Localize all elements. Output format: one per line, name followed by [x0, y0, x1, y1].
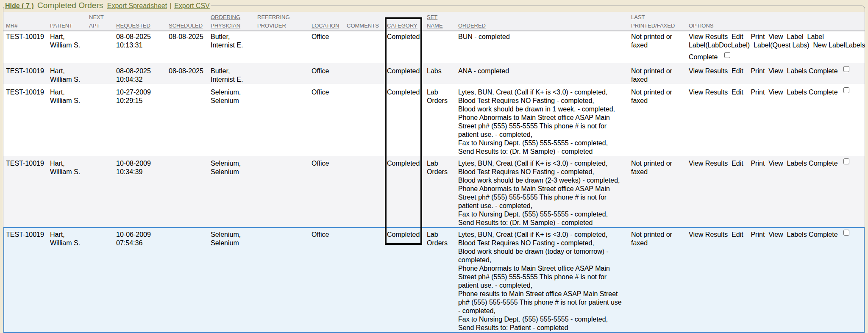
order-ordering-physician: Selenium, Selenium — [210, 84, 256, 156]
panel-title: Completed Orders — [37, 1, 103, 10]
order-next-apt — [88, 227, 115, 333]
ordered-item: ANA - completed — [458, 67, 623, 75]
sort-ordered-link[interactable]: ORDERED — [458, 22, 486, 29]
order-ordered-list: ANA - completed — [455, 63, 630, 84]
header-mr: MR# — [3, 12, 49, 31]
ordered-item: Lytes, BUN, Creat (Call if K+ is <3.0) -… — [458, 159, 623, 168]
option-print-link[interactable]: Print — [751, 89, 768, 96]
option-edit-link[interactable]: Edit — [732, 231, 751, 238]
option-labels-link[interactable]: Labels — [787, 231, 809, 238]
order-set-name: Lab Orders — [426, 227, 455, 333]
option-view-link[interactable]: View — [768, 33, 787, 40]
option-view-link[interactable]: View — [768, 231, 787, 238]
ordered-item: Send Results to: Patient - completed — [458, 324, 623, 332]
order-ordered-list: Lytes, BUN, Creat (Call if K+ is <3.0) -… — [455, 227, 630, 333]
order-scheduled — [168, 227, 210, 333]
option-edit-link[interactable]: Edit — [732, 33, 751, 40]
order-category: Completed — [386, 31, 426, 63]
header-options: OPTIONS — [686, 12, 865, 31]
option-view-results-link[interactable]: View Results — [689, 160, 732, 167]
ordered-item: Lytes, BUN, Creat (Call if K+ is <3.0) -… — [458, 230, 623, 239]
order-set-name: Lab Orders — [426, 156, 455, 227]
ordered-item: Blood work should be drawn in 1 week. - … — [458, 105, 623, 114]
ordered-item: Fax to Nursing Dept. (555) 555-5555 - co… — [458, 139, 623, 147]
option-view-results-link[interactable]: View Results — [689, 67, 732, 75]
options-line: Label(LabDocLabel) Label(Quest Labs) New… — [689, 41, 865, 50]
order-mr: TEST-10019 — [3, 156, 49, 227]
option-labels-link[interactable]: Labels — [787, 67, 809, 75]
order-scheduled — [168, 84, 210, 156]
sort-set-name-link[interactable]: SET NAME — [427, 14, 443, 29]
order-location: Office — [311, 156, 346, 227]
order-last-printed: Not printed or faxed — [630, 84, 686, 156]
option-complete-link[interactable]: Complete — [809, 67, 843, 75]
option-print-link[interactable]: Print — [751, 67, 768, 75]
order-options: View Results Edit Print View Label Label… — [686, 31, 865, 63]
order-next-apt — [88, 31, 115, 63]
option-complete-link[interactable]: Complete — [809, 160, 843, 167]
ordered-item: Fax to Nursing Dept. (555) 555-5555 - co… — [458, 210, 623, 219]
order-mr: TEST-10019 — [3, 227, 49, 333]
order-next-apt — [88, 63, 115, 84]
option-print-link[interactable]: Print — [751, 160, 768, 167]
legend-separator: | — [170, 2, 172, 9]
sort-category-link[interactable]: CATEGORY — [387, 22, 417, 29]
order-select-checkbox[interactable] — [843, 230, 849, 236]
order-category: Completed — [386, 227, 426, 333]
option-view-link[interactable]: View — [768, 67, 787, 75]
option-view-link[interactable]: View — [768, 160, 787, 167]
option-view-results-link[interactable]: View Results — [689, 89, 732, 96]
header-category: CATEGORY — [386, 12, 426, 31]
option-labels-link[interactable]: Labels — [787, 160, 809, 167]
option-edit-link[interactable]: Edit — [732, 67, 751, 75]
option-label-link[interactable]: Label — [807, 33, 828, 40]
order-select-checkbox[interactable] — [843, 87, 849, 93]
order-options: View Results Edit Print View Labels Comp… — [686, 84, 865, 156]
sort-requested-link[interactable]: REQUESTED — [116, 22, 150, 29]
order-options: View Results Edit Print View Labels Comp… — [686, 156, 865, 227]
header-ordering-physician: ORDERING PHYSICIAN — [210, 12, 256, 31]
option-new-label-link[interactable]: New Label — [813, 42, 846, 49]
order-last-printed: Not printed or faxed — [630, 63, 686, 84]
order-patient: Hart, William S. — [49, 227, 88, 333]
order-referring-provider — [256, 156, 311, 227]
order-row: TEST-10019Hart, William S.08-08-2025 10:… — [3, 31, 865, 63]
sort-scheduled-link[interactable]: SCHEDULED — [169, 22, 203, 29]
option-labels-link[interactable]: Labels — [845, 42, 868, 49]
order-ordered-list: Lytes, BUN, Creat (Call if K+ is <3.0) -… — [455, 84, 630, 156]
ordered-item: Blood work should be drawn (2-3 weeks) -… — [458, 176, 623, 185]
order-comments — [346, 84, 386, 156]
option-print-link[interactable]: Print — [751, 231, 768, 238]
option-complete-link[interactable]: Complete — [809, 89, 843, 96]
order-comments — [346, 63, 386, 84]
hide-toggle-link[interactable]: Hide ( 7 ) — [5, 2, 34, 9]
order-select-checkbox[interactable] — [724, 52, 730, 58]
option-edit-link[interactable]: Edit — [732, 89, 751, 96]
option-label-quest-labs-link[interactable]: Label(Quest Labs) — [754, 42, 813, 49]
order-ordering-physician: Selenium, Selenium — [210, 227, 256, 333]
sort-ordering-physician-link[interactable]: ORDERING PHYSICIAN — [211, 14, 240, 29]
option-edit-link[interactable]: Edit — [732, 160, 751, 167]
option-view-results-link[interactable]: View Results — [689, 33, 732, 40]
option-labels-link[interactable]: Labels — [787, 89, 809, 96]
option-complete-link[interactable]: Complete — [689, 53, 723, 61]
option-complete-link[interactable]: Complete — [809, 231, 843, 238]
export-spreadsheet-link[interactable]: Export Spreadsheet — [107, 2, 167, 9]
header-comments: COMMENTS — [346, 12, 386, 31]
table-header-row: MR# PATIENT NEXT APT REQUESTED SCHEDULED… — [3, 12, 865, 31]
order-select-checkbox[interactable] — [843, 66, 849, 72]
header-location: LOCATION — [311, 12, 346, 31]
order-category: Completed — [386, 63, 426, 84]
export-csv-link[interactable]: Export CSV — [174, 2, 210, 9]
option-label-link[interactable]: Label — [787, 33, 807, 40]
completed-orders-panel: Hide ( 7 ) Completed Orders Export Sprea… — [3, 0, 865, 333]
header-ordered: ORDERED — [455, 12, 630, 31]
option-label-labdoclabel-link[interactable]: Label(LabDocLabel) — [689, 42, 754, 49]
header-scheduled: SCHEDULED — [168, 12, 210, 31]
option-view-link[interactable]: View — [768, 89, 787, 96]
sort-location-link[interactable]: LOCATION — [312, 22, 339, 29]
option-view-results-link[interactable]: View Results — [689, 231, 732, 238]
order-select-checkbox[interactable] — [843, 158, 849, 164]
option-print-link[interactable]: Print — [751, 33, 768, 40]
order-requested: 08-08-2025 10:04:32 — [115, 63, 168, 84]
